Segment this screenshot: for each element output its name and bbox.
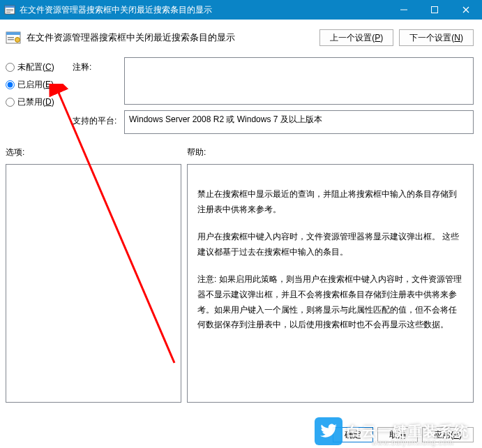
minimize-button[interactable] [389,0,419,20]
svg-rect-6 [432,7,438,13]
help-paragraph-1: 禁止在搜索框中显示最近的查询，并阻止将搜索框中输入的条目存储到注册表中供将来参考… [197,187,463,217]
prev-setting-button[interactable]: 上一个设置(P) [319,29,393,46]
section-labels-row: 选项: 帮助: [0,134,482,161]
ok-button[interactable]: 确定 [333,427,373,442]
cancel-button[interactable]: 取消 [377,427,418,442]
supported-platform-text: Windows Server 2008 R2 或 Windows 7 及以上版本 [129,114,322,124]
config-section: 未配置(C) 已启用(E) 已禁用(D) 注释: 支持的平台: Windows … [0,52,482,134]
svg-point-13 [15,38,20,43]
radio-not-configured[interactable]: 未配置(C) [6,61,70,73]
supported-platform-box: Windows Server 2008 R2 或 Windows 7 及以上版本 [124,110,474,134]
help-label: 帮助: [187,147,474,158]
svg-rect-1 [5,6,15,8]
fields-column: Windows Server 2008 R2 或 Windows 7 及以上版本 [124,56,474,134]
comment-textarea[interactable] [124,57,474,105]
panels-row: 禁止在搜索框中显示最近的查询，并阻止将搜索框中输入的条目存储到注册表中供将来参考… [0,161,482,403]
labels-column: 注释: 支持的平台: [73,56,121,134]
radio-not-configured-input[interactable] [6,63,15,72]
radio-disabled-input[interactable] [6,98,15,107]
close-button[interactable] [450,0,482,20]
radio-enabled-label: 已启用(E) [17,79,54,91]
app-icon [4,4,15,15]
maximize-button[interactable] [419,0,450,20]
svg-rect-4 [6,12,10,13]
svg-rect-11 [8,37,14,38]
window-controls [389,0,482,20]
platform-label: 支持的平台: [73,115,121,127]
radio-enabled-input[interactable] [6,80,15,89]
window-titlebar: 在文件资源管理器搜索框中关闭最近搜索条目的显示 [0,0,482,20]
radio-disabled[interactable]: 已禁用(D) [6,96,70,108]
dialog-buttons: 确定 取消 应用(A) [333,427,474,442]
svg-rect-3 [6,10,13,11]
help-paragraph-3: 注意: 如果启用此策略，则当用户在搜索框中键入内容时，文件资源管理器不显示建议弹… [197,272,463,332]
svg-rect-10 [6,32,20,35]
radio-not-configured-label: 未配置(C) [17,61,54,73]
next-setting-button[interactable]: 下一个设置(N) [399,29,474,46]
apply-button[interactable]: 应用(A) [422,427,474,442]
comment-label: 注释: [73,61,121,73]
policy-title: 在文件资源管理器搜索框中关闭最近搜索条目的显示 [27,31,314,44]
state-radios: 未配置(C) 已启用(E) 已禁用(D) [6,56,70,134]
help-paragraph-2: 用户在搜索框中键入内容时，文件资源管理器将显示建议弹出框。 这些建议都基于过去在… [197,230,463,260]
options-panel[interactable] [6,164,181,403]
svg-rect-12 [8,39,14,40]
policy-icon [6,30,21,45]
header-row: 在文件资源管理器搜索框中关闭最近搜索条目的显示 上一个设置(P) 下一个设置(N… [0,20,482,52]
options-label: 选项: [6,147,187,158]
svg-rect-2 [6,9,13,10]
radio-disabled-label: 已禁用(D) [17,96,54,108]
radio-enabled[interactable]: 已启用(E) [6,79,70,91]
window-title: 在文件资源管理器搜索框中关闭最近搜索条目的显示 [20,4,389,16]
help-panel[interactable]: 禁止在搜索框中显示最近的查询，并阻止将搜索框中输入的条目存储到注册表中供将来参考… [187,164,474,403]
